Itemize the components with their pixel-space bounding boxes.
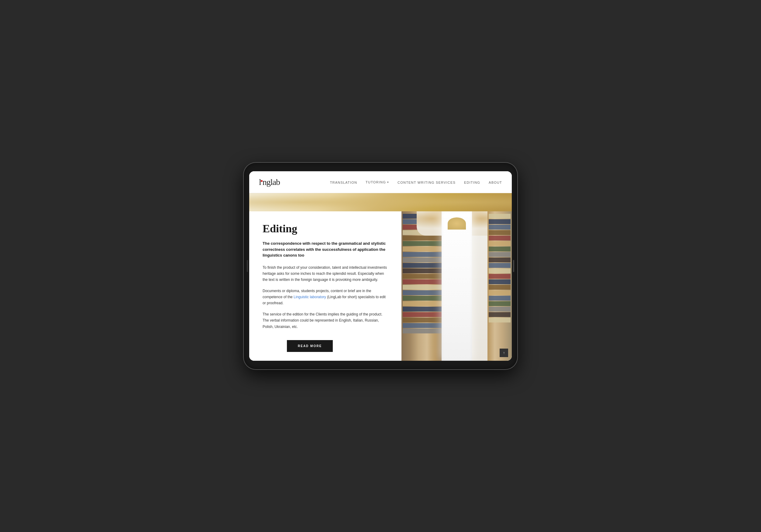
nav-link-tutoring[interactable]: TUTORING ▾ [366, 180, 389, 184]
linguistic-laboratory-link[interactable]: Linguistic laboratory [294, 295, 326, 299]
book-spine [489, 301, 510, 306]
paragraph-2: Documents or diploma, students projects,… [263, 288, 388, 306]
book-spine [403, 274, 443, 279]
nav-item-translation[interactable]: TRANSLATION [330, 180, 357, 185]
editing-subtitle: The correspondence with respect to the g… [263, 240, 388, 258]
nav-link-editing[interactable]: EDITING [464, 181, 480, 184]
book-spine [489, 274, 510, 279]
book-spine [403, 329, 443, 333]
book-spine [489, 241, 510, 246]
book-spine [489, 279, 510, 284]
nav-link-content-writing[interactable]: CONTENT WRITING SERVICES [397, 181, 455, 184]
book-spine [489, 263, 510, 268]
book-spine [489, 307, 510, 311]
book-spine [403, 236, 443, 240]
nav-item-editing[interactable]: EDITING [464, 180, 480, 185]
paragraph-3: The service of the edition for the Clien… [263, 311, 388, 330]
text-panel: Editing The correspondence with respect … [249, 211, 401, 361]
logo-text: lnglab [259, 177, 280, 187]
book-spine [403, 323, 443, 328]
site-logo[interactable]: lnglab [259, 177, 280, 187]
hero-strip [249, 193, 512, 211]
book-spine [489, 257, 510, 262]
bookshelf-right [488, 211, 512, 361]
paragraph-1: To finish the product of your considerat… [263, 264, 388, 283]
screen: lnglab TRANSLATION TUTORING ▾ CONTENT WR… [249, 171, 512, 361]
scroll-up-icon: ↑ [503, 351, 505, 355]
book-spine [403, 290, 443, 295]
library-image-panel: ↑ [401, 211, 512, 361]
book-spine [489, 236, 510, 240]
nav-link-about[interactable]: ABOUT [489, 181, 502, 184]
read-more-button[interactable]: READ MORE [287, 340, 333, 352]
book-spine [489, 225, 510, 230]
book-spine [489, 296, 510, 301]
book-spine [403, 307, 443, 311]
center-arch-pillar [441, 211, 472, 361]
page-title: Editing [263, 222, 388, 235]
navigation-bar: lnglab TRANSLATION TUTORING ▾ CONTENT WR… [249, 171, 512, 193]
nav-item-about[interactable]: ABOUT [489, 180, 502, 185]
book-spine [489, 290, 510, 295]
book-spine [489, 312, 510, 317]
tablet-frame: lnglab TRANSLATION TUTORING ▾ CONTENT WR… [244, 163, 517, 369]
book-spine [489, 268, 510, 273]
book-spine [403, 246, 443, 251]
book-spine [489, 230, 510, 235]
book-spine [403, 268, 443, 273]
nav-item-content-writing[interactable]: CONTENT WRITING SERVICES [397, 180, 455, 185]
book-spine [403, 241, 443, 246]
book-spine [403, 279, 443, 284]
arch-ornament [448, 217, 466, 230]
logo-dot [261, 180, 263, 182]
book-spine [489, 285, 510, 290]
book-spine [403, 252, 443, 257]
book-spine [489, 246, 510, 251]
book-spine [489, 252, 510, 257]
book-spine [403, 312, 443, 317]
main-content: Editing The correspondence with respect … [249, 211, 512, 361]
book-spine [489, 219, 510, 224]
hero-ornament [249, 193, 512, 211]
book-spine [403, 318, 443, 323]
tutoring-dropdown-arrow: ▾ [387, 181, 389, 184]
scroll-up-button[interactable]: ↑ [499, 348, 508, 357]
book-spine [403, 263, 443, 268]
book-spine [403, 285, 443, 290]
nav-link-translation[interactable]: TRANSLATION [330, 181, 357, 184]
book-spine [489, 318, 510, 323]
book-spine [403, 257, 443, 262]
nav-item-tutoring[interactable]: TUTORING ▾ [366, 180, 389, 184]
book-spine [403, 296, 443, 301]
nav-links: TRANSLATION TUTORING ▾ CONTENT WRITING S… [330, 180, 502, 185]
book-spine [403, 301, 443, 306]
book-spine [489, 214, 510, 219]
